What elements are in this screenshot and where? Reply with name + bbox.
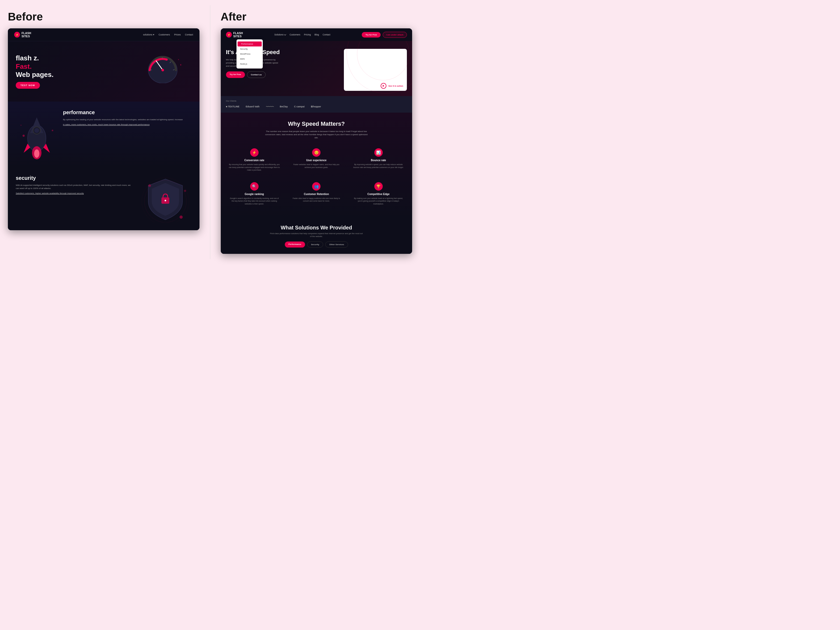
feature-bounce-title: Bounce rate [353,159,404,162]
solutions-chevron-icon [284,33,286,35]
hero-try-free-button[interactable]: Try for Free [226,71,245,78]
feature-ux-desc: Faster websites lead to happier users, a… [291,163,342,169]
client-hopper: ⊞hopper [311,105,321,108]
solutions-section: What Solutions We Provided First-class p… [221,218,412,254]
before-hero: flash z. Fast. Web pages. TEST NOW [8,41,199,102]
client-textline: ■ TEXTLINE [226,105,239,108]
feature-user-experience: 😊 User experience Faster websites lead t… [288,146,345,174]
dropdown-wordpress[interactable]: WordPress [237,51,263,57]
why-speed-section: Why Speed Matters? The number one reason… [221,113,412,218]
bounce-rate-icon: 📊 [374,148,383,157]
feature-competitive-desc: By making sure your website loads at a l… [353,197,404,205]
before-nav: ⚡ FLASHSITES solutions ▾ Customers Price… [8,28,199,41]
before-security-section: security With AI-supported intelligent s… [8,167,199,230]
hero-contact-button[interactable]: Contact us [247,71,266,78]
svg-point-16 [52,129,53,131]
solutions-tabs: Performance Security Other Services [226,242,407,248]
before-logo: ⚡ FLASHSITES [14,32,31,38]
svg-point-8 [180,64,181,66]
svg-point-2 [161,69,164,71]
svg-point-12 [35,128,39,133]
after-nav-links: Solutions Customers Pricing Blog Contact [274,33,330,36]
solutions-title: What Solutions We Provided [226,225,407,231]
clients-label: Our Clients [226,100,407,102]
svg-point-19 [164,200,166,201]
solutions-tab-other[interactable]: Other Services [325,242,348,248]
before-nav-links: solutions ▾ Customers Prices Contact [143,33,193,36]
user-experience-icon: 😊 [312,148,321,157]
feature-competitive-edge: 🏆 Competitive Edge By making sure your w… [350,180,407,208]
panel-divider [210,5,210,259]
dropdown-aws[interactable]: AWS [237,57,263,62]
dropdown-security[interactable]: Security [237,46,263,51]
svg-point-17 [21,125,22,126]
after-logo: ⚡ FLASHSITES [226,32,243,38]
after-nav-contact[interactable]: Contact [323,33,330,36]
under-attack-button[interactable]: I am under attack [383,32,407,38]
before-security-desc: With AI-supported intelligent security s… [16,184,134,190]
after-nav-buttons: Try for Free I am under attack [362,32,407,38]
try-free-button[interactable]: Try for Free [362,32,381,38]
before-security-title: security [16,175,134,181]
before-performance-desc: By optimizing the loading of your websit… [63,118,183,121]
play-icon [381,83,387,89]
feature-bounce-rate: 📊 Bounce rate By improving website's spe… [350,146,407,174]
before-browser-frame: ⚡ FLASHSITES solutions ▾ Customers Price… [8,28,199,230]
before-nav-prices[interactable]: Prices [174,33,181,36]
solutions-tab-security[interactable]: Security [307,242,324,248]
svg-point-21 [184,190,186,192]
client-campai: C campai [294,105,305,108]
after-nav-pricing[interactable]: Pricing [304,33,311,36]
client-beclay: BeClay [280,105,288,108]
after-nav-customers[interactable]: Customers [289,33,300,36]
clients-strip: Our Clients ■ TEXTLINE Eduard Vath ~~~~ … [221,96,412,113]
feature-conversion-rate: ⚡ Conversion rate By ensuring that your … [226,146,283,174]
before-hero-title: flash z. Fast. Web pages. [16,54,144,79]
test-now-button[interactable]: TEST NOW [16,82,40,89]
after-nav: ⚡ FLASHSITES Solutions Customers Pricing… [221,28,412,41]
after-hero-buttons: Try for Free Contact us [226,71,339,78]
after-nav-solutions[interactable]: Solutions [274,33,286,36]
clients-logos: ■ TEXTLINE Eduard Vath ~~~~ BeClay C cam… [226,104,407,109]
why-speed-title: Why Speed Matters? [226,120,407,127]
after-nav-blog[interactable]: Blog [314,33,319,36]
before-hero-text: flash z. Fast. Web pages. TEST NOW [16,54,144,89]
before-nav-customers[interactable]: Customers [159,33,170,36]
feature-conversion-title: Conversion rate [229,159,280,162]
after-logo-text: FLASHSITES [234,32,243,38]
before-logo-text: FLASHSITES [22,32,31,38]
solutions-tab-performance[interactable]: Performance [285,242,305,248]
feature-bounce-desc: By improving website's speed, you can he… [353,163,404,169]
play-triangle-icon [383,85,384,87]
solutions-dropdown: Performance Security WordPress AWS Node.… [237,39,263,68]
conversion-rate-icon: ⚡ [250,148,259,157]
speedometer-icon [144,52,181,83]
dropdown-performance[interactable]: Performance [238,41,262,46]
before-nav-contact[interactable]: Contact [185,33,193,36]
before-logo-icon: ⚡ [14,32,20,38]
svg-point-15 [22,135,25,137]
feature-google-title: Google ranking [229,193,280,196]
customer-retention-icon: 👥 [312,182,321,191]
before-performance-section: performance By optimizing the loading of… [8,102,199,167]
features-grid: ⚡ Conversion rate By ensuring that your … [226,146,407,208]
after-panel: After ⚡ FLASHSITES Solutions Customers P… [213,5,420,259]
security-image [139,175,192,222]
before-security-cta: Satisfied customers, higher website avai… [16,192,134,194]
see-it-action-label: See it in action [388,85,403,87]
feature-competitive-title: Competitive Edge [353,193,404,196]
before-hero-image [144,52,192,91]
svg-point-22 [180,216,183,219]
before-panel: Before ⚡ FLASHSITES solutions ▾ Customer… [0,5,207,259]
svg-point-9 [178,59,179,60]
feature-google-ranking: 🔍 Google ranking Google's search algorit… [226,180,283,208]
client-eduardvath: Eduard Vath [246,105,260,108]
dropdown-nodejs[interactable]: Node.js [237,62,263,66]
after-label: After [221,11,412,23]
google-ranking-icon: 🔍 [250,182,259,191]
before-nav-solutions[interactable]: solutions ▾ [143,33,154,36]
svg-point-14 [34,149,39,158]
feature-customer-retention: 👥 Customer Retention Faster sites lead t… [288,180,345,208]
see-it-action-button[interactable]: See it in action [377,81,407,91]
feature-google-desc: Google's search algorithm is constantly … [229,197,280,205]
